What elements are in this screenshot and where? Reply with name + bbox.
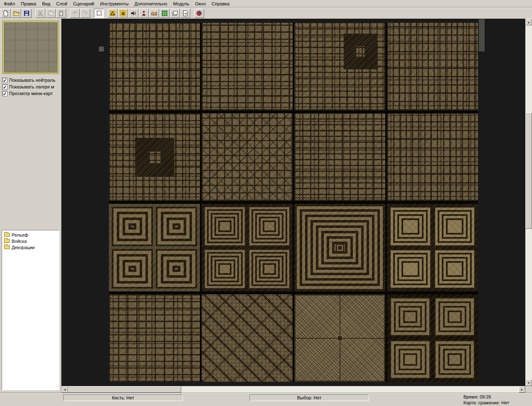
down-arrow-icon: ▼: [527, 382, 530, 384]
scissors-icon: [37, 10, 44, 17]
status-map: Карта: сражение: Нет: [463, 400, 530, 406]
tree-item-troops[interactable]: Войска: [3, 238, 58, 244]
map-tile[interactable]: [109, 113, 200, 201]
menu-file[interactable]: Файл: [1, 1, 18, 7]
terrain-triangle-icon: [109, 10, 116, 17]
minimap-marker: ×: [7, 66, 9, 70]
blank-page-icon: [2, 10, 9, 17]
map-tile[interactable]: [387, 113, 478, 201]
paste-button[interactable]: [56, 9, 66, 18]
bridge-button[interactable]: [149, 9, 159, 18]
letter-a-icon: a: [120, 10, 126, 17]
vertical-scroll-thumb[interactable]: [525, 113, 532, 229]
checkbox-label: Просмотр мини-карт: [9, 91, 53, 96]
bridge-icon: [151, 10, 158, 17]
checkbox-check-icon[interactable]: ✓: [2, 91, 7, 96]
map-tile[interactable]: [202, 294, 293, 382]
new-file-button[interactable]: [1, 9, 11, 18]
menu-edit[interactable]: Правка: [18, 1, 39, 7]
vertical-scrollbar[interactable]: ▲ ▼: [525, 19, 532, 386]
redo-button[interactable]: ↷: [80, 9, 90, 18]
tree-item-relief[interactable]: Рельеф: [3, 232, 58, 238]
sidebar: × ✓ Показывать нейтраль ✓ Показывать лаг…: [0, 19, 62, 393]
scroll-left-button[interactable]: ◄: [62, 386, 68, 393]
grid-button[interactable]: [160, 9, 170, 18]
map-tile[interactable]: [202, 204, 293, 291]
text-button[interactable]: a: [118, 9, 128, 18]
vertical-scroll-track[interactable]: [525, 25, 532, 379]
map-tile[interactable]: [294, 294, 385, 382]
menu-view[interactable]: Вид: [39, 1, 53, 7]
horizontal-scroll-thumb[interactable]: [68, 386, 181, 393]
status-bar: Кисть: Нет Выбор: Нет Время: 09:26 Карта…: [0, 393, 532, 406]
checkbox-label: Показывать лагеря м: [9, 84, 54, 89]
save-button[interactable]: [22, 9, 32, 18]
speaker-icon: [130, 10, 137, 17]
sidebar-spacer: [1, 97, 60, 230]
menu-window[interactable]: Окно: [192, 1, 209, 7]
tile-grid: [109, 23, 478, 382]
category-tree: Рельеф Войска Декорации: [2, 230, 59, 390]
map-tile[interactable]: [387, 294, 478, 382]
layers-button[interactable]: [170, 9, 180, 18]
menu-bar: Файл Правка Вид Слой Сценарий Инструмент…: [0, 0, 532, 7]
tree-item-label: Рельеф: [12, 232, 28, 237]
scroll-right-button[interactable]: ►: [519, 386, 525, 393]
cut-button[interactable]: [35, 9, 45, 18]
menu-layer[interactable]: Слой: [53, 1, 70, 7]
tree-item-decorations[interactable]: Декорации: [3, 244, 58, 250]
folder-icon: [4, 233, 10, 237]
horizontal-scroll-track[interactable]: [68, 386, 519, 393]
up-arrow-icon: ▲: [527, 21, 530, 24]
horizontal-scrollbar[interactable]: ◄ ►: [62, 386, 525, 393]
redo-arrow-icon: ↷: [83, 10, 88, 16]
menu-tools[interactable]: Инструменты: [97, 1, 132, 7]
open-button[interactable]: [11, 9, 21, 18]
menu-help[interactable]: Справка: [209, 1, 232, 7]
sound-button[interactable]: [128, 9, 138, 18]
copy-button[interactable]: [46, 9, 56, 18]
checkbox-show-camps[interactable]: ✓ Показывать лагеря м: [2, 83, 60, 90]
menu-extra[interactable]: Дополнительно: [131, 1, 170, 7]
scrollbar-corner: [525, 386, 532, 393]
checkbox-check-icon[interactable]: ✓: [2, 84, 7, 90]
select-rect-button[interactable]: [94, 9, 104, 18]
module-button[interactable]: [194, 9, 204, 18]
checkbox-show-neutral[interactable]: ✓ Показывать нейтраль: [2, 77, 60, 83]
map-tile[interactable]: [387, 23, 478, 110]
checkbox-check-icon[interactable]: ✓: [2, 78, 7, 83]
map-tile[interactable]: [387, 204, 478, 291]
export-button[interactable]: [180, 9, 190, 18]
tree-item-label: Декорации: [12, 245, 34, 250]
map-tile[interactable]: [294, 23, 385, 110]
map-tile[interactable]: [294, 113, 385, 201]
menu-scenario[interactable]: Сценарий: [70, 1, 97, 7]
selection-marquee-icon: [97, 11, 101, 15]
map-tile[interactable]: [109, 294, 200, 382]
undo-button[interactable]: ↶: [70, 9, 80, 18]
map-tile[interactable]: [294, 204, 385, 291]
map-edge-marker: [479, 19, 485, 51]
scroll-down-button[interactable]: ▼: [525, 379, 532, 386]
left-arrow-icon: ◄: [64, 388, 66, 391]
scroll-up-button[interactable]: ▲: [525, 19, 532, 25]
open-folder-icon: [13, 10, 20, 17]
map-tile[interactable]: [202, 113, 293, 201]
layers-icon: [172, 10, 178, 17]
map-tile[interactable]: [202, 23, 293, 110]
units-button[interactable]: [139, 9, 149, 18]
toolbar: ↶ ↷ a: [0, 7, 532, 19]
checkbox-label: Показывать нейтраль: [9, 78, 55, 83]
terrain-button[interactable]: [108, 9, 118, 18]
folder-icon: [4, 239, 10, 243]
floppy-disk-icon: [23, 10, 30, 17]
menu-module[interactable]: Модуль: [170, 1, 192, 7]
map-canvas[interactable]: [62, 19, 525, 386]
map-tile[interactable]: [109, 23, 200, 110]
map-edge-marker: [99, 46, 104, 51]
tree-item-label: Войска: [12, 239, 27, 244]
map-tile[interactable]: [109, 204, 200, 291]
copy-pages-icon: [47, 10, 54, 17]
checkbox-minimap-view[interactable]: ✓ Просмотр мини-карт: [2, 90, 60, 97]
minimap-preview[interactable]: ×: [3, 21, 59, 73]
